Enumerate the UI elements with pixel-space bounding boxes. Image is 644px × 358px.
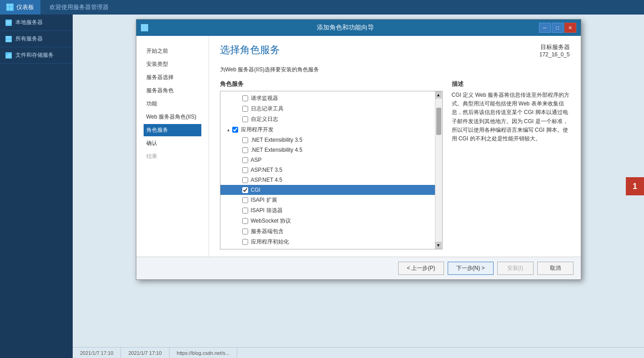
sidebar-item-files-storage[interactable]: 文件和存储服务 [0,47,73,64]
list-item-websocket[interactable]: WebSocket 协议 [220,216,442,226]
install-button[interactable]: 安装(I) [497,262,534,275]
nav-item-features[interactable]: 功能 [144,98,201,110]
sidebar-item-local-server[interactable]: 本地服务器 [0,15,73,31]
list-item-custom-log[interactable]: 自定义日志 [220,114,442,124]
taskbar: 仪表板 欢迎使用服务器管理器 [0,0,644,15]
checkbox-logging-tools[interactable] [242,106,248,112]
checkbox-websocket[interactable] [242,218,248,224]
checkbox-app-dev[interactable] [232,127,238,133]
dialog-title: 添加角色和功能向导 [152,24,539,32]
list-item-net35[interactable]: .NET Extensibility 3.5 [220,135,442,145]
scrollbar-thumb[interactable] [436,108,441,135]
dialog-titlebar: 添加角色和功能向导 ─ □ ✕ [136,20,581,36]
taskbar-logo[interactable]: 仪表板 [0,0,40,15]
checkbox-net45[interactable] [242,147,248,153]
dialog-overlay: 添加角色和功能向导 ─ □ ✕ 开始之前 安装类 [73,15,644,358]
taskbar-welcome: 欢迎使用服务器管理器 [40,3,109,11]
svg-rect-3 [10,7,13,10]
list-item-logging-tools[interactable]: 日志记录工具 [220,104,442,114]
status-time1: 2021/1/7 17:10 [73,348,121,358]
right-col: 描述 CGI 定义 Web 服务器将信息传送至外部程序的方式。典型用法可能包括使… [452,80,570,249]
left-col: 角色服务 请求监视器 [220,80,443,249]
dialog-icon [141,24,148,31]
checkbox-request-monitor[interactable] [242,95,248,101]
checkbox-server-include[interactable] [242,229,248,234]
tree-arrow-app-dev: ▴ [226,127,231,133]
target-server: 目标服务器 172_16_0_5 [539,43,570,58]
cancel-button[interactable]: 取消 [537,262,574,275]
checkbox-list: 请求监视器 日志记录工具 [220,91,443,249]
close-button[interactable]: ✕ [564,23,576,33]
svg-rect-1 [10,4,13,6]
checkbox-aspnet35[interactable] [242,167,248,173]
sidebar-local-server-label: 本地服务器 [15,19,43,26]
desc-label: 描述 [452,80,570,88]
dialog-main: 选择角色服务 目标服务器 172_16_0_5 为Web 服务器(IIS)选择要… [209,36,581,257]
dialog-controls: ─ □ ✕ [539,23,576,33]
next-button[interactable]: 下一步(N) > [448,262,494,275]
nav-item-install-type[interactable]: 安装类型 [144,58,201,70]
files-storage-icon [5,52,12,59]
list-item-aspnet35[interactable]: ASP.NET 3.5 [220,165,442,175]
checkbox-net35[interactable] [242,137,248,143]
taskbar-logo-label: 仪表板 [16,3,34,11]
checkbox-custom-log[interactable] [242,116,248,122]
checkbox-list-inner[interactable]: 请求监视器 日志记录工具 [220,91,442,249]
list-item-asp[interactable]: ASP [220,155,442,165]
checkbox-isapi-ext[interactable] [242,197,248,203]
nav-item-server-select[interactable]: 服务器选择 [144,71,201,84]
list-item-isapi-filter[interactable]: ISAPI 筛选器 [220,205,442,216]
svg-rect-2 [6,7,9,10]
content-area: 添加角色和功能向导 ─ □ ✕ 开始之前 安装类 [73,15,644,358]
list-item-net45[interactable]: .NET Extensibility 4.5 [220,145,442,155]
nav-item-web-server[interactable]: Web 服务器角色(IIS) [144,111,201,123]
dialog-window: 添加角色和功能向导 ─ □ ✕ 开始之前 安装类 [136,19,581,280]
svg-rect-11 [143,30,146,31]
list-item-cgi[interactable]: CGI [220,185,442,195]
nav-item-role-services[interactable]: 角色服务 [144,124,201,136]
col-label-services: 角色服务 [220,80,443,88]
scrollbar-track[interactable]: ▲ ▼ [435,91,442,249]
notification-badge[interactable]: 1 [626,177,644,195]
maximize-button[interactable]: □ [552,23,564,33]
checkbox-app-init[interactable] [242,239,248,245]
svg-rect-0 [6,4,9,6]
list-item-isapi-ext[interactable]: ISAPI 扩展 [220,195,442,205]
list-item-app-dev[interactable]: ▴ 应用程序开发 [220,124,442,135]
status-url: https://blog.csdn.net/s... [170,348,237,358]
desc-text: CGI 定义 Web 服务器将信息传送至外部程序的方式。典型用法可能包括使用 W… [452,91,570,143]
sidebar-item-all-servers[interactable]: 所有服务器 [0,31,73,47]
target-server-label: 目标服务器 [539,43,570,51]
dialog-body: 开始之前 安装类型 服务器选择 服务器角色 功能 [136,36,581,257]
install-description: 为Web 服务器(IIS)选择要安装的角色服务 [220,66,570,74]
list-item-server-include[interactable]: 服务器端包含 [220,226,442,237]
checkbox-isapi-filter[interactable] [242,208,248,214]
sidebar-all-servers-label: 所有服务器 [15,35,43,43]
checkbox-aspnet45[interactable] [242,177,248,183]
back-button[interactable]: < 上一步(P) [398,262,444,275]
list-item-request-monitor[interactable]: 请求监视器 [220,93,442,104]
svg-rect-4 [6,20,11,24]
checkbox-cgi[interactable] [242,187,248,193]
dialog-footer: < 上一步(P) 下一步(N) > 安装(I) 取消 [136,257,581,279]
nav-item-results: 结果 [144,150,201,163]
svg-rect-10 [141,25,148,30]
svg-rect-6 [6,36,11,39]
minimize-button[interactable]: ─ [539,23,551,33]
checkbox-asp[interactable] [242,157,248,163]
all-servers-icon [5,36,12,42]
main-layout: 本地服务器 所有服务器 文件和存储服务 [0,15,644,358]
dashboard-icon [6,4,14,11]
local-server-icon [5,20,12,26]
list-item-app-init[interactable]: 应用程序初始化 [220,237,442,247]
nav-item-server-role[interactable]: 服务器角色 [144,85,201,97]
page-title: 选择角色服务 [220,43,280,57]
status-bar: 2021/1/7 17:10 2021/1/7 17:10 https://bl… [73,347,644,358]
nav-item-confirm[interactable]: 确认 [144,137,201,149]
list-item-aspnet45[interactable]: ASP.NET 4.5 [220,175,442,185]
page-header: 选择角色服务 目标服务器 172_16_0_5 [220,43,570,58]
svg-rect-5 [7,25,10,25]
nav-item-start[interactable]: 开始之前 [144,45,201,57]
status-time2: 2021/1/7 17:10 [121,348,169,358]
sidebar: 本地服务器 所有服务器 文件和存储服务 [0,15,73,358]
